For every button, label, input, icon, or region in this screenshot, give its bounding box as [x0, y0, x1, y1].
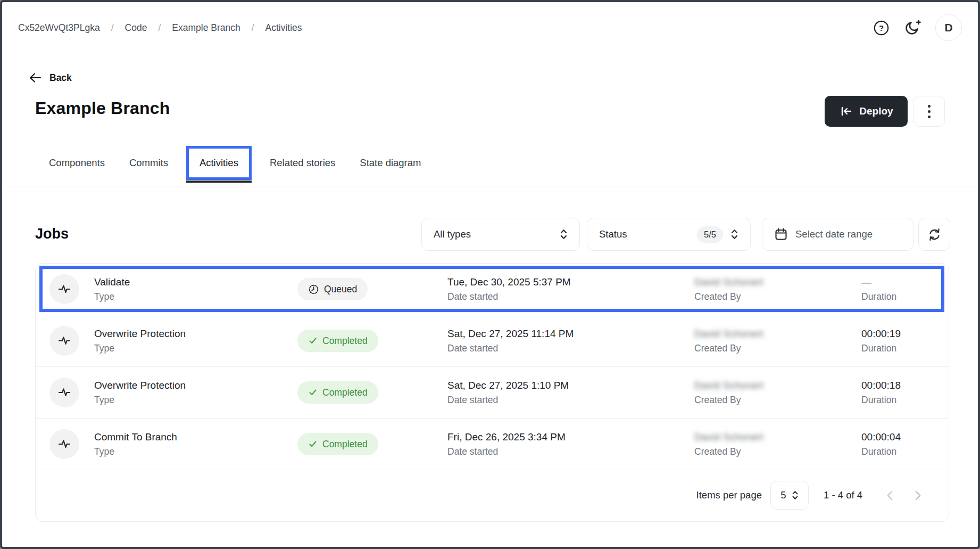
jobs-heading: Jobs [35, 226, 69, 242]
status-text: Completed [322, 387, 368, 398]
created-by-label: Created By [694, 445, 763, 458]
app-window: Cx52eWvQt3PLgka/Code/Example Branch/Acti… [0, 0, 980, 549]
breadcrumb-item-1[interactable]: Code [125, 22, 147, 34]
activity-pulse-icon [56, 436, 72, 452]
tab-components[interactable]: Components [49, 157, 105, 169]
date-range-picker[interactable]: Select date range [762, 218, 913, 251]
jobs-table: Validate Type Queued Tue, Dec 30, 2025 5… [35, 263, 949, 522]
job-created-by-redacted: David Schonert [694, 327, 763, 340]
avatar[interactable]: D [935, 14, 962, 41]
table-row[interactable]: Overwrite Protection Type Completed Sat,… [36, 315, 949, 367]
status-filter-count: 5/5 [697, 226, 723, 243]
dark-mode-toggle[interactable] [904, 19, 921, 37]
chevron-up-down-icon [560, 228, 568, 240]
duration-label: Duration [861, 290, 896, 303]
svg-text:?: ? [879, 23, 884, 32]
items-per-page-value: 5 [780, 489, 786, 501]
items-per-page-label: Items per page [696, 489, 762, 501]
date-started-label: Date started [447, 290, 571, 303]
job-type-label: Type [94, 445, 177, 458]
job-date-started: Sat, Dec 27, 2025 1:10 PM [447, 379, 569, 392]
deploy-arrow-to-bar-icon [839, 104, 853, 118]
job-type-avatar [49, 274, 79, 304]
table-row[interactable]: Overwrite Protection Type Completed Sat,… [36, 367, 949, 419]
job-name: Overwrite Protection [94, 327, 186, 340]
job-date-started: Sat, Dec 27, 2025 11:14 PM [447, 327, 574, 340]
clock-icon [308, 284, 319, 295]
status-badge: Completed [297, 330, 378, 352]
duration-label: Duration [861, 394, 901, 406]
status-text: Completed [322, 439, 368, 450]
job-duration: 00:00:18 [861, 379, 901, 392]
deploy-label: Deploy [859, 105, 893, 117]
date-started-label: Date started [447, 445, 566, 458]
jobs-table-rows: Validate Type Queued Tue, Dec 30, 2025 5… [36, 264, 949, 470]
calendar-icon [774, 227, 788, 241]
status-badge: Completed [297, 381, 378, 404]
job-name: Commit To Branch [94, 430, 177, 444]
breadcrumb-item-3[interactable]: Activities [265, 22, 302, 34]
help-button[interactable]: ? [873, 19, 890, 37]
activity-pulse-icon [56, 281, 72, 297]
breadcrumb-separator: / [252, 22, 254, 34]
job-type-avatar [49, 378, 79, 407]
job-created-by-redacted: David Schonert [694, 275, 763, 289]
items-per-page-select[interactable]: 5 [770, 481, 809, 510]
kebab-menu-icon [928, 105, 931, 108]
tab-commits[interactable]: Commits [129, 157, 168, 169]
status-filter-select[interactable]: Status 5/5 [587, 218, 751, 251]
duration-label: Duration [861, 445, 901, 458]
type-filter-value: All types [434, 228, 552, 240]
chevron-up-down-icon [792, 490, 799, 501]
refresh-button[interactable] [918, 218, 950, 251]
created-by-label: Created By [694, 394, 763, 406]
more-actions-button[interactable] [913, 96, 945, 127]
tab-related-stories[interactable]: Related stories [270, 157, 335, 169]
check-icon [308, 388, 318, 397]
chevron-left-icon [884, 489, 897, 502]
check-icon [308, 439, 318, 449]
back-label: Back [49, 72, 72, 84]
date-range-placeholder: Select date range [795, 228, 873, 240]
table-row[interactable]: Validate Type Queued Tue, Dec 30, 2025 5… [36, 264, 949, 315]
page-title: Example Branch [35, 99, 170, 118]
status-filter-label: Status [599, 228, 690, 240]
check-icon [308, 336, 318, 346]
type-filter-select[interactable]: All types [421, 218, 580, 251]
tab-state-diagram[interactable]: State diagram [360, 157, 421, 169]
top-bar-icons: ? D [873, 14, 962, 41]
breadcrumb-item-0[interactable]: Cx52eWvQt3PLgka [18, 22, 100, 34]
created-by-label: Created By [694, 342, 763, 355]
activity-pulse-icon [56, 333, 72, 349]
status-badge: Completed [297, 433, 378, 455]
job-date-started: Tue, Dec 30, 2025 5:37 PM [447, 275, 571, 289]
job-created-by-redacted: David Schonert [694, 379, 763, 392]
job-date-started: Fri, Dec 26, 2025 3:34 PM [447, 430, 566, 444]
job-type-label: Type [94, 290, 130, 303]
job-type-avatar [49, 429, 79, 459]
status-badge: Queued [297, 278, 368, 300]
back-arrow-icon [28, 70, 43, 85]
breadcrumb-separator: / [158, 22, 161, 34]
refresh-icon [927, 227, 942, 242]
job-type-label: Type [94, 394, 186, 406]
table-row[interactable]: Commit To Branch Type Completed Fri, Dec… [36, 419, 949, 470]
chevron-up-down-icon [730, 228, 738, 240]
job-duration: — [861, 275, 896, 289]
next-page-button[interactable] [911, 489, 924, 502]
breadcrumb-item-2[interactable]: Example Branch [172, 22, 240, 34]
date-started-label: Date started [447, 394, 569, 406]
deploy-button[interactable]: Deploy [825, 96, 908, 127]
dark-mode-moon-icon [904, 19, 921, 37]
status-text: Completed [322, 335, 368, 347]
tab-bar: ComponentsCommitsActivitiesRelated stori… [2, 125, 978, 186]
created-by-label: Created By [694, 290, 763, 303]
job-name: Validate [94, 275, 130, 289]
help-icon: ? [873, 19, 890, 37]
top-bar: Cx52eWvQt3PLgka/Code/Example Branch/Acti… [2, 2, 978, 53]
job-duration: 00:00:19 [861, 327, 901, 340]
back-button[interactable]: Back [28, 70, 72, 85]
breadcrumb: Cx52eWvQt3PLgka/Code/Example Branch/Acti… [18, 22, 302, 34]
tab-activities[interactable]: Activities [186, 146, 252, 180]
previous-page-button[interactable] [884, 489, 897, 502]
